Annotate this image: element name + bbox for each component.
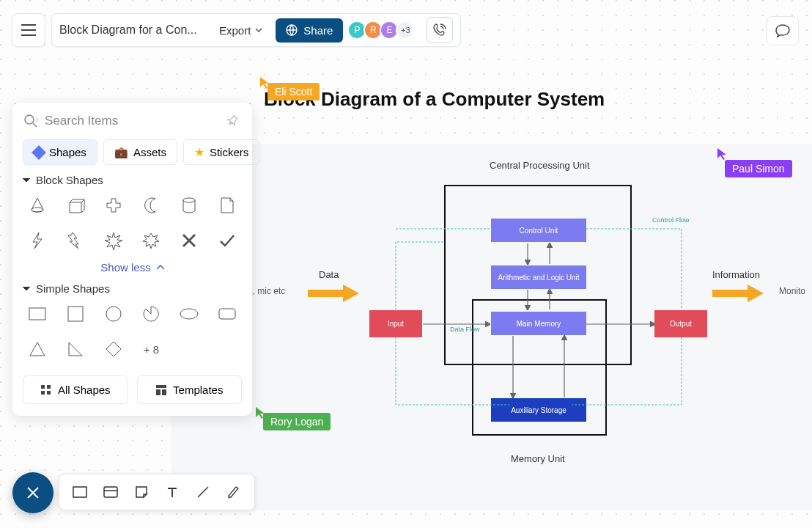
share-label: Share — [303, 24, 333, 37]
bottom-toolbar — [59, 474, 255, 510]
section-simple-shapes[interactable]: Simple Shapes — [23, 282, 242, 295]
svg-rect-16 — [73, 487, 86, 497]
shape-cube[interactable] — [62, 192, 89, 219]
all-shapes-button[interactable]: All Shapes — [23, 375, 128, 404]
search-input[interactable] — [45, 114, 220, 128]
alu-block[interactable]: Arithmetic and Logic Unit — [491, 265, 586, 289]
hamburger-icon — [21, 24, 36, 36]
tool-rectangle[interactable] — [70, 482, 90, 502]
tool-text[interactable] — [162, 482, 182, 502]
shape-rect[interactable] — [24, 301, 51, 327]
control-flow-label: Control Flow — [652, 216, 690, 224]
show-less-toggle[interactable]: Show less — [23, 261, 242, 274]
top-toolbar: Export Share P R E +3 — [12, 13, 461, 47]
information-label: Information — [712, 269, 760, 280]
shape-bolt[interactable] — [24, 227, 51, 254]
templates-icon — [155, 384, 167, 396]
star-icon: ★ — [194, 145, 204, 159]
shape-page[interactable] — [214, 192, 240, 219]
shape-explosion[interactable] — [138, 227, 164, 254]
svg-rect-17 — [104, 487, 117, 497]
shape-bolt2[interactable] — [62, 227, 89, 254]
comment-button[interactable] — [767, 16, 799, 45]
arrow-icon — [308, 285, 359, 302]
shape-triangle[interactable] — [24, 336, 51, 362]
section-block-shapes[interactable]: Block Shapes — [23, 174, 242, 186]
show-less-label: Show less — [100, 261, 150, 274]
shape-right-triangle[interactable] — [62, 336, 89, 362]
shape-rounded-rect[interactable] — [214, 301, 240, 327]
share-button[interactable]: Share — [276, 18, 343, 43]
tab-label: Stickers — [210, 146, 248, 158]
shape-plus[interactable] — [100, 192, 127, 219]
chevron-down-icon — [23, 177, 30, 183]
chevron-down-icon — [255, 28, 262, 32]
grid-icon — [40, 384, 52, 396]
shape-pie[interactable] — [138, 301, 164, 327]
shape-check[interactable] — [214, 227, 240, 254]
presence-tag-paul: Paul Simon — [725, 160, 792, 177]
shape-x[interactable] — [176, 227, 202, 254]
collaborator-avatars: P R E +3 — [350, 21, 415, 40]
tab-assets[interactable]: 💼 Assets — [103, 139, 177, 165]
svg-rect-14 — [156, 389, 160, 395]
svg-rect-9 — [41, 385, 45, 389]
aux-storage-block[interactable]: Auxiliary Storage — [491, 398, 586, 422]
tab-stickers[interactable]: ★ Stickers — [183, 139, 259, 165]
svg-point-3 — [183, 198, 195, 202]
tab-label: Shapes — [49, 146, 86, 158]
svg-rect-11 — [41, 391, 45, 395]
shape-starburst[interactable] — [100, 227, 127, 254]
shape-square[interactable] — [62, 301, 89, 327]
svg-rect-10 — [47, 385, 51, 389]
svg-rect-4 — [29, 308, 45, 320]
block-shapes-grid — [23, 192, 242, 254]
diamond-icon — [32, 145, 46, 160]
hamburger-menu-button[interactable] — [12, 13, 45, 47]
close-fab-button[interactable] — [12, 472, 53, 513]
templates-label: Templates — [173, 384, 223, 396]
memory-unit-label: Memory Unit — [511, 453, 565, 464]
svg-point-7 — [180, 309, 198, 319]
chevron-up-icon — [157, 265, 164, 271]
shape-cone[interactable] — [24, 192, 51, 219]
arrow-icon — [712, 285, 764, 302]
shape-circle[interactable] — [100, 301, 127, 327]
tool-sticky[interactable] — [131, 482, 152, 502]
document-title-input[interactable] — [59, 23, 206, 37]
pin-icon[interactable] — [226, 114, 239, 128]
tool-highlighter[interactable] — [224, 482, 244, 502]
panel-tabs: Shapes 💼 Assets ★ Stickers — [23, 139, 242, 165]
shape-crescent[interactable] — [138, 192, 164, 219]
shapes-panel: Shapes 💼 Assets ★ Stickers Block Shapes … — [12, 103, 252, 416]
templates-button[interactable]: Templates — [137, 375, 243, 404]
svg-point-1 — [25, 115, 34, 124]
close-icon — [26, 485, 40, 500]
call-button[interactable] — [427, 17, 453, 43]
shape-ellipse[interactable] — [176, 301, 202, 327]
tool-line[interactable] — [193, 482, 213, 502]
chevron-down-icon — [23, 286, 30, 292]
shape-diamond[interactable] — [100, 336, 127, 362]
svg-rect-8 — [219, 309, 235, 319]
presence-tag-eli: Eli Scott — [267, 83, 320, 100]
simple-shapes-grid: + 8 — [23, 301, 242, 362]
section-label: Block Shapes — [36, 174, 103, 186]
cursor-icon — [717, 147, 727, 161]
output-block[interactable]: Output — [654, 310, 707, 337]
section-label: Simple Shapes — [36, 282, 110, 295]
svg-point-2 — [32, 208, 43, 212]
control-unit-block[interactable]: Control Unit — [491, 219, 586, 242]
data-flow-label: Data Flow — [450, 326, 480, 333]
monitor-label: Monito — [779, 286, 805, 296]
more-shapes-count[interactable]: + 8 — [138, 336, 164, 362]
tool-card[interactable] — [100, 482, 121, 502]
avatar-more[interactable]: +3 — [396, 21, 415, 40]
tab-shapes[interactable]: Shapes — [23, 139, 97, 165]
input-block[interactable]: Input — [369, 310, 422, 337]
export-button[interactable]: Export — [213, 21, 268, 40]
shape-cylinder[interactable] — [176, 192, 202, 219]
presence-tag-rory: Rory Logan — [263, 413, 331, 430]
svg-point-6 — [106, 307, 121, 321]
export-label: Export — [219, 24, 251, 37]
